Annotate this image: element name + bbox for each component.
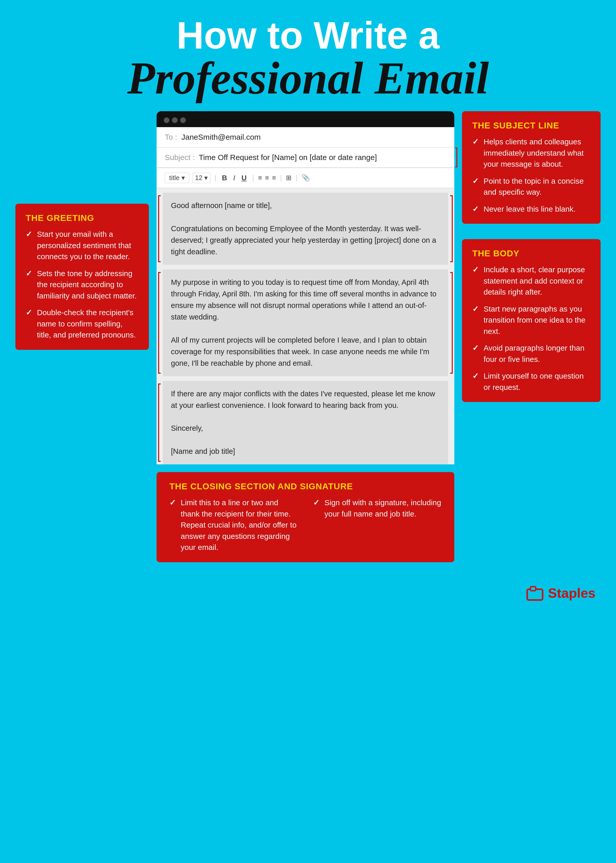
email-to-field: To : JaneSmith@email.com	[157, 127, 454, 147]
underline-button[interactable]: U	[240, 173, 248, 183]
subject-line-title: THE SUBJECT LINE	[472, 120, 590, 131]
body-item-3: Avoid paragraphs longer than four or fiv…	[472, 342, 590, 365]
staples-brand: Staples	[548, 585, 596, 601]
dot-1	[164, 117, 170, 123]
subject-item-3: Never leave this line blank.	[472, 203, 590, 215]
attachment-icon[interactable]: 📎	[302, 174, 310, 182]
body-item-2: Start new paragraphs as you transition f…	[472, 303, 590, 337]
body-title: THE BODY	[472, 248, 590, 258]
subject-bracket	[455, 147, 457, 167]
email-closing-section: If there are any major conflicts with th…	[163, 381, 448, 465]
body-item-1: Include a short, clear purpose statement…	[472, 264, 590, 298]
body-bracket-right	[450, 272, 453, 374]
body-item-4: Limit yourself to one question or reques…	[472, 370, 590, 393]
subject-value: Time Off Request for [Name] on [date or …	[199, 153, 377, 162]
closing-text: If there are any major conflicts with th…	[171, 390, 435, 456]
align-center-icon[interactable]: ≡	[265, 174, 269, 182]
closing-box: THE CLOSING SECTION AND SIGNATURE Limit …	[157, 472, 454, 562]
greeting-text: Good afternoon [name or title],Congratul…	[171, 202, 436, 256]
body-text: My purpose in writing to you today is to…	[171, 278, 436, 367]
dot-3	[180, 117, 186, 123]
dot-2	[172, 117, 178, 123]
email-window	[157, 111, 454, 127]
bold-button[interactable]: B	[220, 173, 229, 183]
to-label: To :	[165, 133, 177, 141]
greeting-item-1: Start your email with a personalized sen…	[26, 228, 138, 262]
center-column: To : JaneSmith@email.com Subject : Time …	[149, 111, 462, 562]
greeting-bracket-right	[450, 195, 453, 262]
to-value: JaneSmith@email.com	[181, 133, 261, 141]
greeting-item-2: Sets the tone by addressing the recipien…	[26, 268, 138, 302]
size-selector[interactable]: 12 ▾	[192, 173, 211, 183]
greeting-list: Start your email with a personalized sen…	[26, 228, 138, 340]
closing-box-title: THE CLOSING SECTION AND SIGNATURE	[170, 481, 442, 491]
email-body: To : JaneSmith@email.com Subject : Time …	[157, 127, 454, 465]
staples-logo: Staples	[526, 585, 596, 601]
email-toolbar: title ▾ 12 ▾ | B I U | ≡ ≡ ≡ | ⊞ | 📎	[157, 168, 454, 188]
greeting-box: THE GREETING Start your email with a per…	[16, 204, 149, 350]
closing-item-2: Sign off with a signature, including you…	[313, 497, 442, 519]
subject-line-list: Helps clients and colleagues immediately…	[472, 136, 590, 214]
left-column: THE GREETING Start your email with a per…	[16, 111, 149, 562]
footer: Staples	[0, 578, 616, 616]
greeting-item-3: Double-check the recipient's name to con…	[26, 307, 138, 340]
right-column: THE SUBJECT LINE Helps clients and colle…	[462, 111, 600, 562]
spacer	[462, 229, 600, 234]
subject-item-2: Point to the topic in a concise and spec…	[472, 175, 590, 198]
font-selector[interactable]: title ▾	[165, 173, 189, 183]
main-content: THE GREETING Start your email with a per…	[0, 111, 616, 577]
closing-col-2: Sign off with a signature, including you…	[313, 497, 442, 553]
closing-bracket-left	[158, 383, 161, 462]
subject-line-box: THE SUBJECT LINE Helps clients and colle…	[462, 111, 600, 224]
staples-icon	[526, 585, 544, 601]
closing-col-1: Limit this to a line or two and thank th…	[170, 497, 298, 553]
email-body-section: My purpose in writing to you today is to…	[163, 269, 448, 376]
body-bracket-left	[158, 272, 161, 374]
svg-rect-1	[531, 587, 536, 591]
body-box: THE BODY Include a short, clear purpose …	[462, 239, 600, 402]
image-icon[interactable]: ⊞	[286, 174, 292, 182]
header-line2: Professional Email	[20, 55, 596, 101]
subject-label: Subject :	[165, 153, 195, 162]
email-subject-field: Subject : Time Off Request for [Name] on…	[157, 147, 454, 168]
greeting-bracket-left	[158, 195, 161, 262]
greeting-title: THE GREETING	[26, 213, 138, 223]
body-list: Include a short, clear purpose statement…	[472, 264, 590, 393]
italic-button[interactable]: I	[232, 173, 237, 183]
closing-item-1: Limit this to a line or two and thank th…	[170, 497, 298, 553]
subject-item-1: Helps clients and colleagues immediately…	[472, 136, 590, 170]
header: How to Write a Professional Email	[0, 0, 616, 111]
window-dots	[164, 117, 447, 123]
align-right-icon[interactable]: ≡	[272, 174, 276, 182]
align-left-icon[interactable]: ≡	[258, 174, 262, 182]
closing-box-columns: Limit this to a line or two and thank th…	[170, 497, 442, 553]
email-greeting-section: Good afternoon [name or title],Congratul…	[163, 193, 448, 265]
header-line1: How to Write a	[20, 16, 596, 55]
